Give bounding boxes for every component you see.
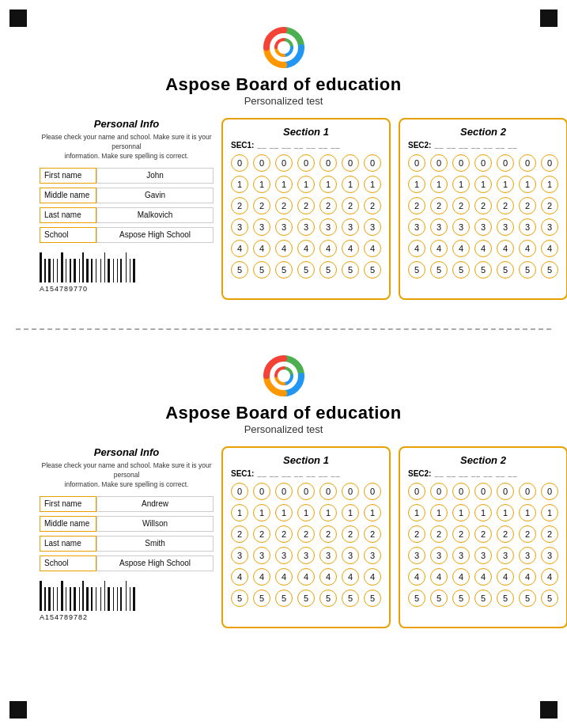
bubble: 1 — [275, 176, 293, 193]
bubble: 2 — [497, 197, 514, 214]
bubble: 5 — [452, 261, 470, 279]
bubble: 1 — [342, 504, 359, 521]
bubble: 3 — [253, 218, 270, 236]
bubble: 1 — [231, 176, 248, 193]
bubble: 0 — [342, 483, 359, 500]
logo-icon — [260, 24, 308, 71]
corner-mark-bl — [9, 701, 27, 719]
sec1-label-2: SEC1: — [231, 469, 254, 478]
org-subtitle: Personalized test — [244, 95, 323, 107]
bubble-row: 5555555 — [408, 590, 558, 607]
bubble: 5 — [430, 261, 448, 279]
bubble-row: 0000000 — [408, 154, 558, 172]
bubble: 5 — [474, 590, 492, 607]
bubble: 3 — [364, 547, 381, 564]
sec2-bubbles-2: 0000000111111122222223333333444444455555… — [408, 483, 558, 607]
bubble: 2 — [275, 197, 293, 214]
bubble-row: 0000000 — [231, 154, 381, 172]
section1-title-2: Section 1 — [231, 454, 381, 466]
bubble: 2 — [541, 197, 558, 214]
org-title: Aspose Board of education — [165, 74, 402, 95]
sec1-bubbles-2: 0000000111111122222223333333444444455555… — [231, 483, 381, 607]
bubble: 5 — [342, 261, 359, 279]
section2-title-1: Section 2 — [408, 126, 558, 138]
bubble-row: 2222222 — [231, 197, 381, 214]
header-2: Aspose Board of education Personalized t… — [40, 352, 527, 435]
sec1-label-1: SEC1: — [231, 141, 254, 150]
bubble: 5 — [364, 590, 381, 607]
bubble: 0 — [364, 154, 381, 172]
section1-box-2: Section 1 SEC1: __ __ __ __ __ __ __ 000… — [221, 446, 391, 628]
bubble: 4 — [297, 568, 315, 586]
bubble: 1 — [519, 176, 536, 193]
bubble: 2 — [364, 197, 381, 214]
bubble: 4 — [497, 568, 514, 586]
bubble: 3 — [231, 547, 248, 564]
value-lastname-1: Malkovich — [96, 207, 214, 223]
bubble: 4 — [519, 568, 536, 586]
bubble: 5 — [408, 590, 425, 607]
field-row-lastname-2: Last name Smith — [40, 536, 214, 552]
bubble-row: 2222222 — [408, 525, 558, 543]
bubble-row: 4444444 — [231, 240, 381, 257]
sec1-blanks-2: __ __ __ __ __ __ __ — [257, 470, 340, 478]
label-middlename-1: Middle name — [40, 188, 96, 203]
personal-note-2: Please check your name and school. Make … — [40, 461, 214, 490]
bubble: 3 — [275, 547, 293, 564]
bubble: 1 — [253, 176, 270, 193]
bubble: 2 — [231, 197, 248, 214]
org-subtitle-2: Personalized test — [244, 423, 323, 435]
bubble: 4 — [342, 568, 359, 586]
field-row-middlename-2: Middle name Willson — [40, 516, 214, 532]
label-school-2: School — [40, 555, 96, 571]
section1-title-1: Section 1 — [231, 126, 381, 138]
bubble: 5 — [297, 590, 315, 607]
bubble: 2 — [541, 525, 558, 543]
label-firstname-1: First name — [40, 168, 96, 184]
bubble: 3 — [231, 218, 248, 236]
bubble: 1 — [430, 176, 448, 193]
bubble: 1 — [364, 176, 381, 193]
logo-icon-2 — [260, 352, 308, 400]
bubble: 3 — [342, 218, 359, 236]
bubble: 1 — [319, 504, 337, 521]
sec2-label-2: SEC2: — [408, 469, 431, 478]
sec2-blanks-2: __ __ __ __ __ __ __ — [434, 470, 517, 478]
bubble: 0 — [364, 483, 381, 500]
bubble: 2 — [342, 197, 359, 214]
bubble: 4 — [231, 240, 248, 257]
bubble: 3 — [319, 547, 337, 564]
bubble: 1 — [497, 504, 514, 521]
value-middlename-1: Gavin — [96, 188, 214, 203]
bubble: 2 — [297, 197, 315, 214]
bubble: 1 — [408, 176, 425, 193]
bubble: 0 — [275, 483, 293, 500]
bubble: 5 — [253, 590, 270, 607]
bubble: 5 — [297, 261, 315, 279]
bubble: 1 — [430, 504, 448, 521]
section2-box-1: Section 2 SEC2: __ __ __ __ __ __ __ 000… — [399, 118, 567, 300]
bubble: 0 — [297, 483, 315, 500]
bubble: 1 — [319, 176, 337, 193]
bubble: 1 — [497, 176, 514, 193]
bubble-row: 3333333 — [231, 218, 381, 236]
bubble: 4 — [253, 240, 270, 257]
bubble: 5 — [231, 590, 248, 607]
card-1: Aspose Board of education Personalized t… — [16, 16, 551, 314]
bubble: 3 — [408, 547, 425, 564]
bubble: 5 — [275, 590, 293, 607]
bubble: 0 — [430, 154, 448, 172]
bubble: 2 — [430, 525, 448, 543]
bubble: 2 — [452, 525, 470, 543]
bubble-row: 5555555 — [408, 261, 558, 279]
bubble: 3 — [474, 547, 492, 564]
field-row-school-1: School Aspose High School — [40, 227, 214, 243]
bubble: 0 — [231, 483, 248, 500]
value-middlename-2: Willson — [96, 516, 214, 532]
sec2-bubbles-1: 0000000111111122222223333333444444455555… — [408, 154, 558, 279]
bubble: 5 — [275, 261, 293, 279]
corner-mark-tl — [9, 9, 27, 27]
bubble: 5 — [319, 261, 337, 279]
bubble: 0 — [319, 154, 337, 172]
bubble: 1 — [474, 176, 492, 193]
